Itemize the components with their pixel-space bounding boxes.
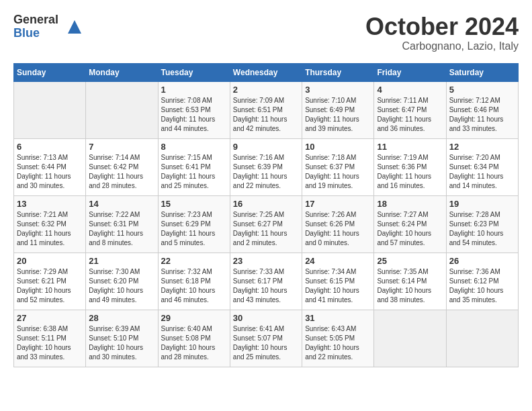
week-row-1: 1Sunrise: 7:08 AM Sunset: 6:53 PM Daylig… <box>14 81 519 138</box>
day-info: Sunrise: 7:14 AM Sunset: 6:42 PM Dayligh… <box>89 153 154 191</box>
calendar-cell: 20Sunrise: 7:29 AM Sunset: 6:21 PM Dayli… <box>14 253 86 310</box>
day-number: 6 <box>17 142 83 152</box>
day-info: Sunrise: 7:30 AM Sunset: 6:20 PM Dayligh… <box>89 267 154 305</box>
day-number: 21 <box>89 256 154 266</box>
day-info: Sunrise: 6:43 AM Sunset: 5:05 PM Dayligh… <box>305 324 371 362</box>
day-number: 31 <box>305 313 371 323</box>
logo-icon <box>61 17 81 37</box>
calendar-cell: 5Sunrise: 7:12 AM Sunset: 6:46 PM Daylig… <box>446 81 518 138</box>
day-info: Sunrise: 7:29 AM Sunset: 6:21 PM Dayligh… <box>17 267 83 305</box>
calendar-cell: 19Sunrise: 7:28 AM Sunset: 6:23 PM Dayli… <box>446 195 518 253</box>
day-info: Sunrise: 7:10 AM Sunset: 6:49 PM Dayligh… <box>305 96 371 134</box>
calendar-cell: 7Sunrise: 7:14 AM Sunset: 6:42 PM Daylig… <box>86 138 158 195</box>
column-header-sunday: Sunday <box>14 63 86 81</box>
day-number: 7 <box>89 142 154 152</box>
week-row-4: 20Sunrise: 7:29 AM Sunset: 6:21 PM Dayli… <box>14 253 519 310</box>
column-header-thursday: Thursday <box>302 63 374 81</box>
day-number: 17 <box>305 199 371 209</box>
calendar-cell: 14Sunrise: 7:22 AM Sunset: 6:31 PM Dayli… <box>86 195 158 253</box>
day-number: 12 <box>449 142 515 152</box>
calendar-cell: 12Sunrise: 7:20 AM Sunset: 6:34 PM Dayli… <box>446 138 518 195</box>
column-header-monday: Monday <box>86 63 158 81</box>
calendar-cell: 18Sunrise: 7:27 AM Sunset: 6:24 PM Dayli… <box>374 195 446 253</box>
day-number: 8 <box>161 142 227 152</box>
day-info: Sunrise: 7:33 AM Sunset: 6:17 PM Dayligh… <box>233 267 299 305</box>
day-info: Sunrise: 7:21 AM Sunset: 6:32 PM Dayligh… <box>17 210 83 248</box>
calendar-cell: 25Sunrise: 7:35 AM Sunset: 6:14 PM Dayli… <box>374 253 446 310</box>
day-info: Sunrise: 6:38 AM Sunset: 5:11 PM Dayligh… <box>17 324 83 362</box>
logo-blue: Blue <box>13 27 58 40</box>
calendar-cell: 2Sunrise: 7:09 AM Sunset: 6:51 PM Daylig… <box>230 81 302 138</box>
day-info: Sunrise: 7:19 AM Sunset: 6:36 PM Dayligh… <box>377 153 443 191</box>
week-row-3: 13Sunrise: 7:21 AM Sunset: 6:32 PM Dayli… <box>14 195 519 253</box>
week-row-2: 6Sunrise: 7:13 AM Sunset: 6:44 PM Daylig… <box>14 138 519 195</box>
location: Carbognano, Lazio, Italy <box>365 40 519 52</box>
calendar-cell: 15Sunrise: 7:23 AM Sunset: 6:29 PM Dayli… <box>158 195 230 253</box>
calendar-cell: 24Sunrise: 7:34 AM Sunset: 6:15 PM Dayli… <box>302 253 374 310</box>
day-number: 26 <box>449 256 515 266</box>
day-info: Sunrise: 7:23 AM Sunset: 6:29 PM Dayligh… <box>161 210 227 248</box>
day-number: 5 <box>449 85 515 95</box>
calendar-cell: 16Sunrise: 7:25 AM Sunset: 6:27 PM Dayli… <box>230 195 302 253</box>
day-number: 3 <box>305 85 371 95</box>
day-number: 20 <box>17 256 83 266</box>
calendar-cell <box>374 310 446 367</box>
day-number: 2 <box>233 85 299 95</box>
day-number: 19 <box>449 199 515 209</box>
calendar-cell: 22Sunrise: 7:32 AM Sunset: 6:18 PM Dayli… <box>158 253 230 310</box>
calendar-cell: 28Sunrise: 6:39 AM Sunset: 5:10 PM Dayli… <box>86 310 158 367</box>
title-block: October 2024 Carbognano, Lazio, Italy <box>365 13 519 52</box>
calendar-cell: 8Sunrise: 7:15 AM Sunset: 6:41 PM Daylig… <box>158 138 230 195</box>
day-number: 16 <box>233 199 299 209</box>
day-number: 1 <box>161 85 227 95</box>
day-number: 25 <box>377 256 443 266</box>
calendar-cell: 30Sunrise: 6:41 AM Sunset: 5:07 PM Dayli… <box>230 310 302 367</box>
column-header-saturday: Saturday <box>446 63 518 81</box>
month-title: October 2024 <box>365 13 519 40</box>
day-number: 9 <box>233 142 299 152</box>
day-info: Sunrise: 6:41 AM Sunset: 5:07 PM Dayligh… <box>233 324 299 362</box>
day-number: 28 <box>89 313 154 323</box>
day-number: 11 <box>377 142 443 152</box>
calendar-cell <box>86 81 158 138</box>
day-info: Sunrise: 7:28 AM Sunset: 6:23 PM Dayligh… <box>449 210 515 248</box>
day-number: 22 <box>161 256 227 266</box>
column-header-tuesday: Tuesday <box>158 63 230 81</box>
day-info: Sunrise: 7:12 AM Sunset: 6:46 PM Dayligh… <box>449 96 515 134</box>
day-info: Sunrise: 6:40 AM Sunset: 5:08 PM Dayligh… <box>161 324 227 362</box>
calendar-cell <box>14 81 86 138</box>
day-info: Sunrise: 7:15 AM Sunset: 6:41 PM Dayligh… <box>161 153 227 191</box>
week-row-5: 27Sunrise: 6:38 AM Sunset: 5:11 PM Dayli… <box>14 310 519 367</box>
day-info: Sunrise: 7:20 AM Sunset: 6:34 PM Dayligh… <box>449 153 515 191</box>
calendar-cell: 26Sunrise: 7:36 AM Sunset: 6:12 PM Dayli… <box>446 253 518 310</box>
day-number: 15 <box>161 199 227 209</box>
logo-general: General <box>13 13 58 27</box>
logo: General Blue <box>13 13 81 40</box>
svg-marker-0 <box>68 20 81 34</box>
page-header: General Blue October 2024 Carbognano, La… <box>13 13 519 52</box>
day-info: Sunrise: 7:26 AM Sunset: 6:26 PM Dayligh… <box>305 210 371 248</box>
day-info: Sunrise: 7:08 AM Sunset: 6:53 PM Dayligh… <box>161 96 227 134</box>
calendar-cell: 1Sunrise: 7:08 AM Sunset: 6:53 PM Daylig… <box>158 81 230 138</box>
day-number: 23 <box>233 256 299 266</box>
day-number: 30 <box>233 313 299 323</box>
calendar-cell: 9Sunrise: 7:16 AM Sunset: 6:39 PM Daylig… <box>230 138 302 195</box>
day-number: 27 <box>17 313 83 323</box>
day-info: Sunrise: 7:11 AM Sunset: 6:47 PM Dayligh… <box>377 96 443 134</box>
calendar-cell: 11Sunrise: 7:19 AM Sunset: 6:36 PM Dayli… <box>374 138 446 195</box>
day-info: Sunrise: 7:09 AM Sunset: 6:51 PM Dayligh… <box>233 96 299 134</box>
calendar-cell: 6Sunrise: 7:13 AM Sunset: 6:44 PM Daylig… <box>14 138 86 195</box>
day-info: Sunrise: 7:18 AM Sunset: 6:37 PM Dayligh… <box>305 153 371 191</box>
calendar-cell: 10Sunrise: 7:18 AM Sunset: 6:37 PM Dayli… <box>302 138 374 195</box>
calendar-cell: 17Sunrise: 7:26 AM Sunset: 6:26 PM Dayli… <box>302 195 374 253</box>
day-info: Sunrise: 7:36 AM Sunset: 6:12 PM Dayligh… <box>449 267 515 305</box>
day-info: Sunrise: 7:22 AM Sunset: 6:31 PM Dayligh… <box>89 210 154 248</box>
day-info: Sunrise: 7:16 AM Sunset: 6:39 PM Dayligh… <box>233 153 299 191</box>
calendar-header-row: SundayMondayTuesdayWednesdayThursdayFrid… <box>14 63 519 81</box>
day-info: Sunrise: 7:34 AM Sunset: 6:15 PM Dayligh… <box>305 267 371 305</box>
column-header-wednesday: Wednesday <box>230 63 302 81</box>
day-number: 18 <box>377 199 443 209</box>
day-number: 24 <box>305 256 371 266</box>
day-info: Sunrise: 7:13 AM Sunset: 6:44 PM Dayligh… <box>17 153 83 191</box>
day-number: 4 <box>377 85 443 95</box>
